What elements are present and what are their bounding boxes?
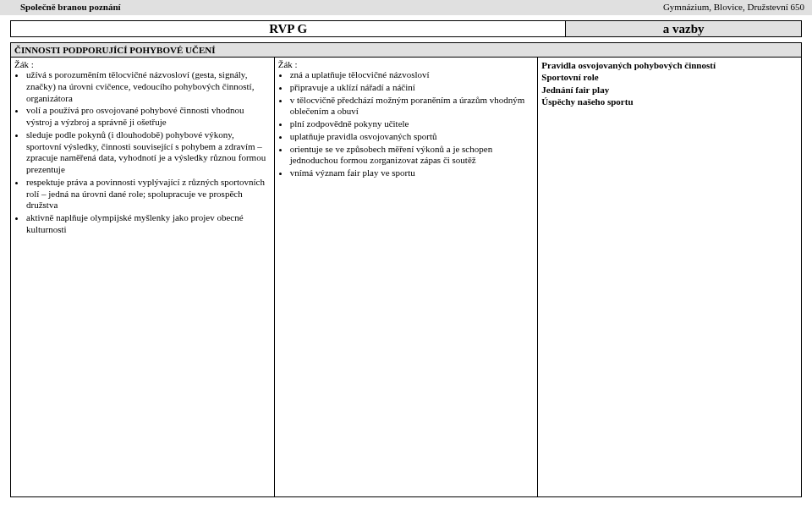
list-item: v tělocvičně předchází možným poraněním … bbox=[290, 95, 535, 118]
topic-line: Jednání fair play bbox=[541, 84, 798, 96]
col1-label: Žák : bbox=[14, 59, 34, 69]
main-table: ČINNOSTI PODPORUJÍCÍ POHYBOVÉ UČENÍ Žák … bbox=[10, 42, 802, 497]
list-item: zná a uplatňuje tělocvičné názvosloví bbox=[290, 69, 535, 81]
section-title: ČINNOSTI PODPORUJÍCÍ POHYBOVÉ UČENÍ bbox=[11, 43, 802, 58]
list-item: aktivně naplňuje olympijské myšlenky jak… bbox=[26, 212, 271, 236]
list-item: sleduje podle pokynů (i dlouhodobě) pohy… bbox=[26, 129, 271, 176]
list-item: plní zodpovědně pokyny učitele bbox=[290, 118, 535, 130]
rvp-bar: RVP G a vazby bbox=[10, 20, 802, 37]
list-item: vnímá význam fair play ve sportu bbox=[290, 167, 535, 179]
rvp-right: a vazby bbox=[566, 21, 802, 37]
school-name: Gymnázium, Blovice, Družstevní 650 bbox=[663, 2, 804, 14]
list-item: respektuje práva a povinnosti vyplývajíc… bbox=[26, 177, 271, 211]
topic-line: Pravidla osvojovaných pohybových činnost… bbox=[541, 59, 798, 71]
doc-title: Společně branou poznání bbox=[20, 2, 121, 14]
top-bar: Společně branou poznání Gymnázium, Blovi… bbox=[0, 0, 812, 15]
list-item: užívá s porozuměním tělocvičné názvoslov… bbox=[26, 69, 271, 104]
col1-list: užívá s porozuměním tělocvičné názvoslov… bbox=[14, 69, 271, 236]
col3: Pravidla osvojovaných pohybových činnost… bbox=[538, 58, 802, 497]
rvp-left: RVP G bbox=[11, 21, 566, 37]
list-item: orientuje se ve způsobech měření výkonů … bbox=[290, 144, 535, 167]
topic-line: Sportovní role bbox=[541, 71, 798, 83]
col2-list: zná a uplatňuje tělocvičné názvoslovípři… bbox=[278, 69, 535, 179]
col1: Žák : užívá s porozuměním tělocvičné náz… bbox=[11, 58, 275, 497]
list-item: volí a používá pro osvojované pohybové č… bbox=[26, 105, 271, 129]
col2: Žák : zná a uplatňuje tělocvičné názvosl… bbox=[274, 58, 538, 497]
col2-label: Žák : bbox=[278, 59, 298, 69]
topic-line: Úspěchy našeho sportu bbox=[541, 96, 798, 107]
list-item: uplatňuje pravidla osvojovaných sportů bbox=[290, 131, 535, 143]
list-item: připravuje a uklízí nářadí a náčiní bbox=[290, 82, 535, 94]
